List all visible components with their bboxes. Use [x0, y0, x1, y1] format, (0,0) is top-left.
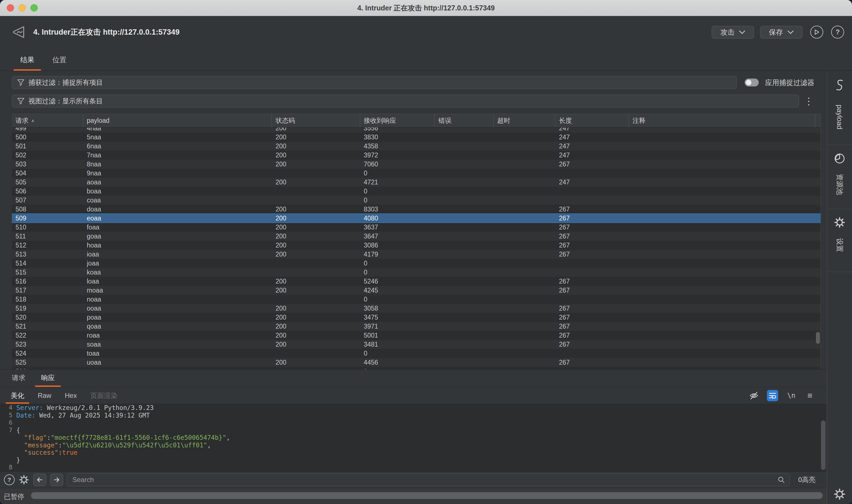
- table-row[interactable]: 519ooaa2003058267: [12, 304, 821, 313]
- tab-raw[interactable]: Raw: [31, 387, 58, 404]
- hide-nonprintable-button[interactable]: [748, 390, 760, 401]
- table-row[interactable]: 5005naa2003830247: [12, 132, 821, 142]
- cell-length: 267: [555, 313, 629, 322]
- editor-settings-button[interactable]: [834, 488, 845, 500]
- cell-status: 200: [272, 277, 360, 286]
- capture-filter-bar[interactable]: 捕获过滤：捕捉所有项目: [12, 76, 737, 89]
- table-row[interactable]: 5038naa2007060267: [12, 160, 821, 169]
- table-row[interactable]: 505aoaa2004721247: [12, 178, 821, 187]
- search-input[interactable]: [72, 475, 774, 484]
- table-row[interactable]: 5049naa0: [12, 169, 821, 178]
- cell-payload: goaa: [83, 232, 272, 241]
- help-button[interactable]: ?: [831, 25, 844, 39]
- table-row[interactable]: 512hoaa2003086267: [12, 241, 821, 250]
- code-line: 7{: [0, 427, 827, 434]
- table-row[interactable]: 514joaa0: [12, 259, 821, 268]
- table-row[interactable]: 4994naa2003556247: [12, 128, 821, 132]
- minimize-button[interactable]: [19, 4, 26, 12]
- table-row[interactable]: 506boaa0: [12, 187, 821, 196]
- tab-response[interactable]: 响应: [33, 373, 63, 387]
- table-row[interactable]: 511goaa2003647267: [12, 232, 821, 241]
- traffic-lights: [7, 0, 38, 16]
- column-header-length[interactable]: 长度: [555, 114, 629, 127]
- table-row[interactable]: 513ioaa2004179267: [12, 250, 821, 259]
- search-settings-button[interactable]: [19, 474, 29, 485]
- resume-play-button[interactable]: [810, 25, 823, 39]
- sidebar-tab-settings[interactable]: 设置: [827, 209, 852, 272]
- toggle-knob: [746, 80, 751, 85]
- cell-length: 267: [555, 232, 629, 241]
- cell-received: 0: [360, 268, 435, 277]
- table-options-menu-button[interactable]: ⋮: [803, 97, 814, 105]
- tab-results[interactable]: 结果: [12, 55, 42, 71]
- close-button[interactable]: [7, 4, 14, 12]
- column-header-error[interactable]: 错误: [435, 114, 493, 127]
- sidebar-tab-payload[interactable]: payload: [827, 71, 852, 145]
- cell-request: 510: [12, 223, 83, 232]
- column-header-comment[interactable]: 注释: [629, 114, 815, 127]
- sidebar-label-resource-pool: 资源池: [835, 174, 845, 195]
- cell-payload: 6naa: [83, 142, 272, 151]
- tab-request[interactable]: 请求: [4, 373, 33, 387]
- burp-s-icon: [835, 79, 845, 91]
- column-header-timeout[interactable]: 超时: [493, 114, 555, 127]
- table-scrollbar-thumb[interactable]: [816, 332, 820, 344]
- table-row[interactable]: 521qoaa2003971267: [12, 322, 821, 331]
- tab-prettify[interactable]: 美化: [4, 387, 31, 404]
- zoom-button[interactable]: [31, 4, 38, 12]
- cell-status: 200: [272, 250, 360, 259]
- cell-error: [435, 313, 493, 322]
- table-row[interactable]: 508doaa2008303267: [12, 205, 821, 214]
- sidebar-tab-resource-pool[interactable]: 资源池: [827, 145, 852, 209]
- search-help-button[interactable]: ?: [4, 474, 15, 485]
- right-sidebar: payload 资源池 设: [827, 71, 852, 504]
- save-button[interactable]: 保存: [760, 26, 802, 39]
- table-row[interactable]: 507coaa0: [12, 196, 821, 205]
- column-header-received[interactable]: 接收到响应: [360, 114, 435, 127]
- cell-error: [435, 232, 493, 241]
- table-row[interactable]: 510foaa2003637267: [12, 223, 821, 232]
- attack-button[interactable]: 攻击: [712, 26, 754, 39]
- table-row[interactable]: 5016naa2004358247: [12, 142, 821, 151]
- editor-scrollbar-thumb[interactable]: [821, 420, 825, 470]
- tab-positions[interactable]: 位置: [45, 55, 74, 71]
- sort-ascending-icon: ∧: [31, 118, 34, 123]
- word-wrap-icon: [769, 392, 777, 399]
- cell-timeout: [493, 151, 555, 160]
- table-row[interactable]: 523soaa2003481267: [12, 340, 821, 349]
- column-header-request[interactable]: 请求 ∧: [12, 114, 83, 127]
- table-row[interactable]: 509eoaa2004080267: [12, 213, 821, 223]
- table-row[interactable]: 522roaa2005001267: [12, 331, 821, 340]
- cell-status: 200: [272, 214, 360, 223]
- column-header-status[interactable]: 状态码: [272, 114, 360, 127]
- table-row[interactable]: 515koaa0: [12, 268, 821, 277]
- cell-payload: voaa: [83, 367, 272, 369]
- cell-comment: [629, 331, 815, 340]
- search-icon[interactable]: [778, 476, 785, 483]
- column-header-payload[interactable]: payload: [83, 114, 272, 127]
- chevron-down-icon: [739, 31, 745, 34]
- table-row[interactable]: 518noaa0: [12, 295, 821, 304]
- cell-comment: [629, 232, 815, 241]
- table-row[interactable]: 525uoaa2004456267: [12, 358, 821, 367]
- editor-menu-button[interactable]: ≡: [804, 390, 815, 401]
- search-previous-button[interactable]: [33, 473, 46, 486]
- word-wrap-button[interactable]: [767, 390, 778, 401]
- search-next-button[interactable]: [50, 473, 63, 486]
- table-row[interactable]: 5027naa2003972247: [12, 151, 821, 160]
- apply-capture-filter-toggle[interactable]: [745, 78, 759, 87]
- view-filter-bar[interactable]: 视图过滤：显示所有条目: [12, 95, 799, 108]
- table-row[interactable]: 526voaa0: [12, 367, 821, 369]
- tab-hex[interactable]: Hex: [58, 387, 84, 404]
- table-row[interactable]: 517moaa2004245267: [12, 286, 821, 295]
- show-newlines-button[interactable]: \n: [785, 390, 797, 401]
- cell-received: 4080: [360, 214, 435, 223]
- response-editor[interactable]: 4Server: Werkzeug/2.0.1 Python/3.9.235Da…: [0, 404, 827, 471]
- cell-comment: [629, 187, 815, 196]
- table-row[interactable]: 516loaa2005246267: [12, 277, 821, 286]
- table-row[interactable]: 524toaa0: [12, 349, 821, 358]
- cell-payload: 4naa: [83, 128, 272, 132]
- table-row[interactable]: 520poaa2003475267: [12, 313, 821, 322]
- line-number: [0, 442, 16, 449]
- back-to-burp-icon[interactable]: [11, 24, 26, 40]
